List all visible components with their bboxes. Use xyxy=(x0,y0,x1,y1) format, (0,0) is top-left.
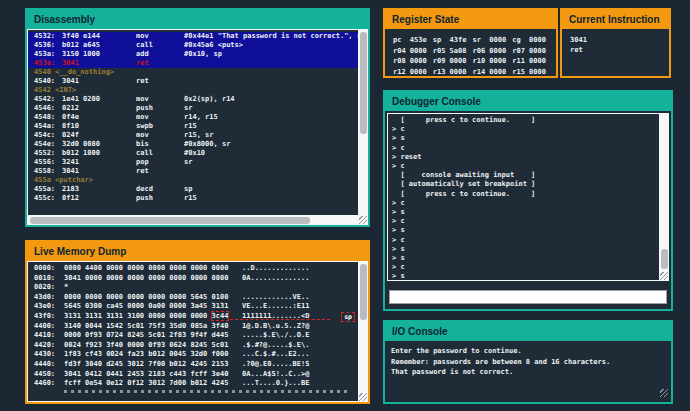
memory-ascii: VE...E......:E11 xyxy=(242,302,309,312)
debugger-console-scroll-area[interactable]: [ press c to continue. ]> c> s> c> reset… xyxy=(387,113,669,281)
memory-ascii: 1111111.......<D xyxy=(242,312,309,322)
instruction-address: 4540: xyxy=(34,77,62,86)
disassembly-symbol-label: 455a <putchar> xyxy=(28,176,358,185)
disassembly-scroll-area[interactable]: 4532:3f40 e144mov#0x44e1 "That password … xyxy=(27,29,368,225)
memory-hex: 3041 0412 0441 2453 2183 c443 fcff 3e40 xyxy=(64,370,232,380)
disassembly-horizontal-scrollbar-thumb[interactable] xyxy=(30,217,310,224)
disassembly-row[interactable]: 4542:1e41 0200mov0x2(sp), r14 xyxy=(28,95,358,104)
memory-dump-scroll-area[interactable]: 0000:0000 4400 0000 0000 0000 0000 0000 … xyxy=(27,261,368,402)
debugger-console-line: > c xyxy=(388,162,659,171)
register-r06: r06 0000 xyxy=(473,47,513,55)
disassembly-row[interactable]: 4548:0f4emovr14, r15 xyxy=(28,113,358,122)
instruction-bytes: 2183 xyxy=(62,185,136,194)
disassembly-row[interactable]: 453e:3041ret xyxy=(28,59,358,68)
current-instruction-mnemonic: ret xyxy=(562,45,669,55)
panel-io-console-header: I/O Console xyxy=(385,322,671,341)
instruction-bytes: 1e41 0200 xyxy=(62,95,136,104)
debugger-console-input[interactable] xyxy=(389,290,667,304)
memory-ascii: .$.#?@.....$.E\. xyxy=(242,341,309,351)
instruction-address: 453a: xyxy=(34,50,62,59)
debugger-console-line: > s xyxy=(388,134,659,143)
disassembly-row[interactable]: 4546:0212pushsr xyxy=(28,104,358,113)
debugger-console-scrollbar-thumb[interactable] xyxy=(661,249,668,269)
register-grid: pc 453esp 43fesr 0000cg 0000r04 0000r05 … xyxy=(385,29,556,76)
memory-ascii: .....$.E\./..O.E xyxy=(242,331,309,341)
instruction-bytes: b012 1000 xyxy=(62,149,136,158)
memory-dump-vertical-scrollbar-thumb[interactable] xyxy=(360,264,367,320)
io-console-body[interactable]: Enter the password to continue.Remember:… xyxy=(385,341,671,411)
instruction-operands: sp xyxy=(184,185,358,194)
disassembly-row[interactable]: 4552:b012 1000call#0x10 xyxy=(28,149,358,158)
debugger-console-line: [ console awaiting input ] xyxy=(388,171,659,180)
debugger-console-line: > s xyxy=(388,254,659,263)
panel-memory-dump: Live Memory Dump 0000:0000 4400 0000 000… xyxy=(25,240,370,404)
register-r13: r13 0000 xyxy=(433,68,473,76)
debugger-console-line: > s xyxy=(388,245,659,254)
instruction-address: 4532: xyxy=(34,32,62,41)
instruction-bytes: 32d0 0080 xyxy=(62,140,136,149)
instruction-address: 454c: xyxy=(34,131,62,140)
memory-row: 0010:3041 0000 0000 0000 0000 0000 0000 … xyxy=(28,274,358,284)
memory-address: 43e0: xyxy=(34,302,64,312)
panel-current-instruction-header: Current Instruction xyxy=(562,10,669,29)
io-console-line: Remember: passwords are between 8 and 16… xyxy=(385,357,671,368)
instruction-operands: #0x10, sp xyxy=(184,50,358,59)
instruction-operands: 0x2(sp), r14 xyxy=(184,95,358,104)
memory-dump-listing: 0000:0000 4400 0000 0000 0000 0000 0000 … xyxy=(28,262,358,401)
memory-row: 0020:* xyxy=(28,283,358,293)
debugger-console-line: > c xyxy=(388,263,659,272)
io-console-resize-grip[interactable] xyxy=(660,389,668,397)
instruction-address: 455a: xyxy=(34,185,62,194)
memory-address: 0010: xyxy=(34,274,64,284)
debugger-console-resize-grip[interactable] xyxy=(660,272,668,280)
memory-ascii: 0A...A$S!..C..>@ xyxy=(242,370,309,380)
instruction-address: 453e: xyxy=(34,59,62,68)
memory-address: 0020: xyxy=(34,283,64,293)
instruction-operands xyxy=(184,59,358,68)
debugger-console-line: > c xyxy=(388,144,659,153)
memory-ascii: ............VE.. xyxy=(242,293,309,303)
panel-register-state-header: Register State xyxy=(385,10,556,29)
instruction-mnemonic: mov xyxy=(136,113,184,122)
register-r11: r11 0000 xyxy=(512,57,552,65)
register-r15: r15 0000 xyxy=(512,68,552,76)
instruction-mnemonic: push xyxy=(136,194,184,203)
panel-debugger-console-header: Debugger Console xyxy=(385,92,671,111)
memory-row: 43e0:5645 0300 ca45 0000 0a00 0000 3a45 … xyxy=(28,302,358,312)
disassembly-symbol-label: 4542 <INT> xyxy=(28,86,358,95)
memory-address: 4430: xyxy=(34,350,64,360)
instruction-operands xyxy=(184,77,358,86)
disassembly-row[interactable]: 454a:8f10swpbr15 xyxy=(28,122,358,131)
disassembly-row[interactable]: 455a:2183decdsp xyxy=(28,185,358,194)
disassembly-row[interactable]: 4556:3241popsr xyxy=(28,158,358,167)
register-r05: r05 5a08 xyxy=(433,47,473,55)
memory-hex: 5645 0300 ca45 0000 0a00 0000 3a45 3131 xyxy=(64,302,232,312)
memory-hex: 0000 0f93 0724 8245 5c01 2f83 9f4f d445 xyxy=(64,331,232,341)
instruction-mnemonic: mov xyxy=(136,95,184,104)
disassembly-row[interactable]: 453a:3150 1000add#0x10, sp xyxy=(28,50,358,59)
instruction-operands xyxy=(184,167,358,176)
disassembly-row[interactable]: 4532:3f40 e144mov#0x44e1 "That password … xyxy=(28,32,358,41)
disassembly-row[interactable]: 454c:024fmovr15, sr xyxy=(28,131,358,140)
panel-title: I/O Console xyxy=(392,326,448,337)
disassembly-resize-grip[interactable] xyxy=(359,216,367,224)
instruction-bytes: 3150 1000 xyxy=(62,50,136,59)
memory-row: 4400:3140 0044 1542 5c01 75f3 35d0 085a … xyxy=(28,322,358,332)
memory-ascii: ..D............. xyxy=(242,264,309,274)
disassembly-row[interactable]: 455c:0f12pushr15 xyxy=(28,194,358,203)
instruction-mnemonic: call xyxy=(136,41,184,50)
register-r04: r04 0000 xyxy=(393,47,433,55)
instruction-operands: #0x45a6 <puts> xyxy=(184,41,358,50)
memory-row: 4410:0000 0f93 0724 8245 5c01 2f83 9f4f … xyxy=(28,331,358,341)
instruction-operands: #0x10 xyxy=(184,149,358,158)
stack-pointer-badge: sp xyxy=(341,312,355,322)
disassembly-row[interactable]: 4558:3041ret xyxy=(28,167,358,176)
current-instruction-bytes: 3041 xyxy=(562,35,669,45)
stack-pointer-leader-line xyxy=(230,319,330,320)
disassembly-row[interactable]: 454e:32d0 0080bis#0x8000, sr xyxy=(28,140,358,149)
disassembly-vertical-scrollbar-thumb[interactable] xyxy=(360,32,367,134)
disassembly-row[interactable]: 4536:b012 a645call#0x45a6 <puts> xyxy=(28,41,358,50)
disassembly-row[interactable]: 4540:3041ret xyxy=(28,77,358,86)
memory-dump-resize-grip[interactable] xyxy=(359,393,367,401)
disassembly-listing: 4532:3f40 e144mov#0x44e1 "That password … xyxy=(28,30,358,215)
